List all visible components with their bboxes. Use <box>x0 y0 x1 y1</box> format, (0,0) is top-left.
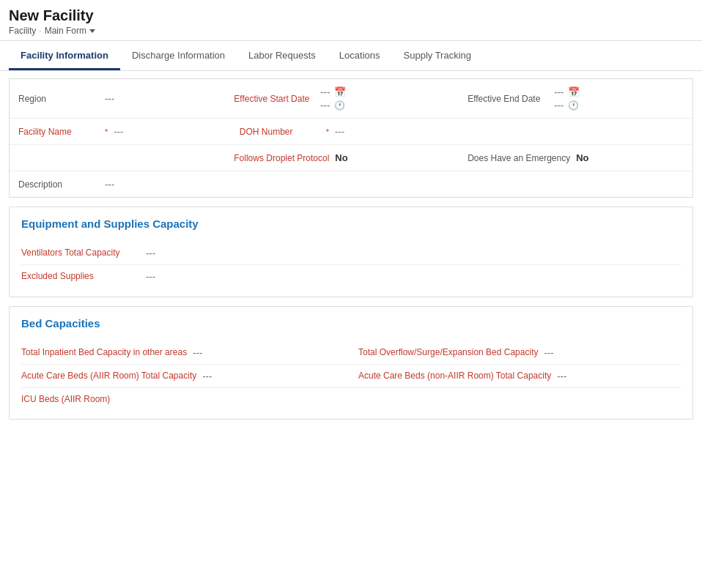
facility-name-value[interactable]: --- <box>114 126 123 137</box>
page-title: New Facility <box>9 7 693 24</box>
total-inpatient-cell: Total Inpatient Bed Capacity in other ar… <box>21 341 344 364</box>
does-have-emergency-value[interactable]: No <box>576 152 588 163</box>
acute-care-row: Acute Care Beds (AIIR Room) Total Capaci… <box>21 365 681 388</box>
icu-empty-cell <box>355 388 681 410</box>
total-bed-row: Total Inpatient Bed Capacity in other ar… <box>21 341 681 365</box>
icu-beds-aiir-cell: ICU Beds (AIIR Room) <box>21 388 355 410</box>
region-cell: Region --- <box>10 79 225 118</box>
effective-end-time-val[interactable]: --- <box>554 100 564 111</box>
breadcrumb-dot: · <box>39 26 41 36</box>
excluded-supplies-label: Excluded Supplies <box>21 271 146 281</box>
content-area: Region --- Effective Start Date --- 📅 --… <box>0 78 702 420</box>
icu-beds-aiir-label: ICU Beds (AIIR Room) <box>21 394 138 404</box>
calendar-icon-end-date[interactable]: 📅 <box>568 86 580 97</box>
facility-name-required: * <box>105 127 108 136</box>
effective-start-date-label: Effective Start Date <box>234 94 314 104</box>
equipment-section-header: Equipment and Supplies Capacity <box>10 207 692 230</box>
clock-icon-end-date[interactable]: 🕐 <box>568 100 579 111</box>
doh-number-cell: DOH Number * --- <box>231 119 692 144</box>
page-header: New Facility Facility · Main Form <box>0 0 702 41</box>
empty-cell-1 <box>10 145 225 171</box>
effective-start-date-cell: Effective Start Date --- 📅 --- 🕐 <box>225 79 459 118</box>
effective-start-date-val1[interactable]: --- <box>320 86 330 97</box>
effective-end-date-cell: Effective End Date --- 📅 --- 🕐 <box>459 79 692 118</box>
tab-facility-information[interactable]: Facility Information <box>9 41 120 70</box>
tab-labor-requests[interactable]: Labor Requests <box>237 41 328 70</box>
equipment-section-title: Equipment and Supplies Capacity <box>21 217 681 230</box>
facility-name-cell: Facility Name * --- <box>10 119 231 144</box>
clock-icon-start-date[interactable]: 🕐 <box>334 100 345 111</box>
effective-start-time-val[interactable]: --- <box>320 100 330 111</box>
icu-row: ICU Beds (AIIR Room) <box>21 388 681 410</box>
breadcrumb-form-label: Main Form <box>45 26 86 36</box>
tab-supply-tracking[interactable]: Supply Tracking <box>392 41 484 70</box>
excluded-supplies-row: Excluded Supplies --- <box>21 265 681 288</box>
tab-locations[interactable]: Locations <box>328 41 392 70</box>
follows-droplet-value[interactable]: No <box>335 152 347 163</box>
droplet-emergency-row: Follows Droplet Protocol No Does Have an… <box>10 145 692 171</box>
effective-end-date-label: Effective End Date <box>468 94 548 104</box>
bed-capacities-title: Bed Capacities <box>21 317 681 330</box>
bed-capacities-header: Bed Capacities <box>10 307 692 330</box>
calendar-icon-start-date[interactable]: 📅 <box>334 86 346 97</box>
region-dates-row: Region --- Effective Start Date --- 📅 --… <box>10 79 692 119</box>
doh-number-label: DOH Number <box>240 127 320 137</box>
acute-care-non-aiir-value[interactable]: --- <box>557 371 566 382</box>
description-value[interactable]: --- <box>105 179 114 190</box>
description-empty-cell <box>231 171 692 197</box>
acute-care-non-aiir-cell: Acute Care Beds (non-AIIR Room) Total Ca… <box>344 365 681 387</box>
equipment-section-body: Ventilators Total Capacity --- Excluded … <box>10 242 692 297</box>
bed-capacities-body: Total Inpatient Bed Capacity in other ar… <box>10 341 692 419</box>
tabs-bar: Facility Information Discharge Informati… <box>0 41 702 71</box>
ventilators-value[interactable]: --- <box>146 248 155 258</box>
chevron-down-icon <box>89 29 95 33</box>
ventilators-label: Ventilators Total Capacity <box>21 248 146 258</box>
total-inpatient-label: Total Inpatient Bed Capacity in other ar… <box>21 347 187 357</box>
region-label: Region <box>18 94 99 104</box>
total-overflow-value[interactable]: --- <box>544 347 553 358</box>
acute-care-aiir-cell: Acute Care Beds (AIIR Room) Total Capaci… <box>21 365 344 387</box>
effective-start-date-block: --- 📅 --- 🕐 <box>320 86 346 111</box>
excluded-supplies-value[interactable]: --- <box>146 271 155 282</box>
doh-number-value[interactable]: --- <box>335 126 344 137</box>
breadcrumb-form-dropdown[interactable]: Main Form <box>45 26 95 36</box>
acute-care-non-aiir-label: Acute Care Beds (non-AIIR Room) Total Ca… <box>358 371 551 381</box>
facility-name-doh-row: Facility Name * --- DOH Number * --- <box>10 119 692 145</box>
description-cell: Description --- <box>10 171 231 197</box>
facility-info-section: Region --- Effective Start Date --- 📅 --… <box>9 78 693 198</box>
breadcrumb: Facility · Main Form <box>9 26 693 36</box>
follows-droplet-cell: Follows Droplet Protocol No <box>225 145 459 171</box>
facility-name-label: Facility Name <box>18 127 99 137</box>
description-row: Description --- <box>10 171 692 197</box>
effective-end-date-block: --- 📅 --- 🕐 <box>554 86 580 111</box>
does-have-emergency-label: Does Have an Emergency <box>468 153 570 163</box>
follows-droplet-label: Follows Droplet Protocol <box>234 153 329 163</box>
equipment-supplies-section: Equipment and Supplies Capacity Ventilat… <box>9 206 693 297</box>
total-overflow-label: Total Overflow/Surge/Expansion Bed Capac… <box>358 347 538 357</box>
region-value[interactable]: --- <box>105 93 114 104</box>
total-overflow-cell: Total Overflow/Surge/Expansion Bed Capac… <box>344 341 681 364</box>
acute-care-aiir-label: Acute Care Beds (AIIR Room) Total Capaci… <box>21 371 196 381</box>
doh-number-required: * <box>326 127 329 136</box>
does-have-emergency-cell: Does Have an Emergency No <box>459 145 692 171</box>
bed-capacities-section: Bed Capacities Total Inpatient Bed Capac… <box>9 306 693 420</box>
description-label: Description <box>18 179 99 190</box>
effective-end-date-val1[interactable]: --- <box>554 86 564 97</box>
tab-discharge-information[interactable]: Discharge Information <box>120 41 237 70</box>
acute-care-aiir-value[interactable]: --- <box>202 371 212 382</box>
total-inpatient-value[interactable]: --- <box>193 347 202 358</box>
breadcrumb-facility[interactable]: Facility <box>9 26 36 36</box>
ventilators-row: Ventilators Total Capacity --- <box>21 242 681 265</box>
